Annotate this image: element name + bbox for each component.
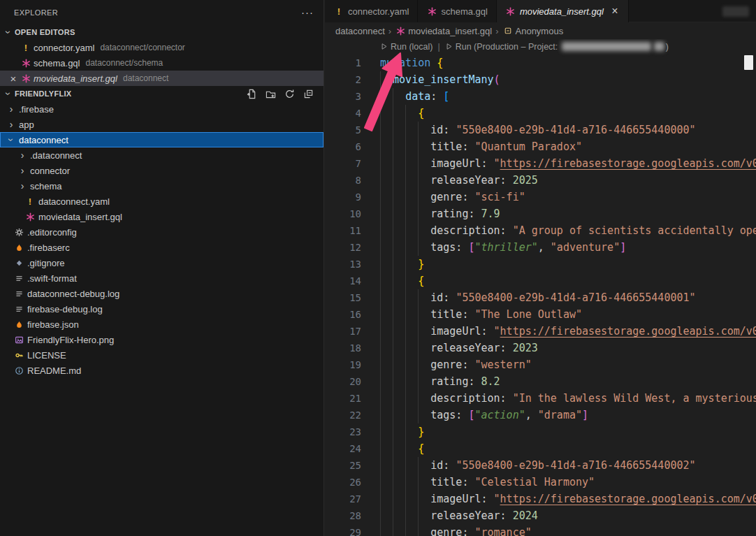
run-production-link[interactable]: Run (Production – Project: ) xyxy=(445,42,669,52)
code-line-11[interactable]: 11 description: "A group of scientists a… xyxy=(325,222,756,239)
tree-item-.dataconnect[interactable]: ›.dataconnect xyxy=(0,147,324,163)
lines-icon xyxy=(13,274,25,283)
tree-item-.firebase[interactable]: ›.firebase xyxy=(0,101,324,117)
code-line-22[interactable]: 22 tags: ["action", "drama"] xyxy=(325,407,756,423)
code-line-16[interactable]: 16 title: "The Lone Outlaw" xyxy=(325,306,756,323)
warning-icon: ! xyxy=(20,43,32,53)
redacted-project-suffix xyxy=(654,42,664,51)
new-file-icon[interactable] xyxy=(245,87,259,101)
minimap[interactable] xyxy=(744,55,755,536)
chevron-down-icon: › xyxy=(3,27,14,38)
tree-item-schema[interactable]: ›schema xyxy=(0,178,324,194)
tabs: !connector.yamlschema.gqlmoviedata_inser… xyxy=(325,0,629,22)
breadcrumb-label: Anonymous xyxy=(516,26,564,36)
line-number: 5 xyxy=(325,122,361,138)
open-editor-schema.gql[interactable]: schema.gqldataconnect/schema xyxy=(0,55,324,71)
minimap-content xyxy=(744,55,753,70)
new-folder-icon[interactable] xyxy=(263,87,277,101)
tree-item-firebase.json[interactable]: firebase.json xyxy=(0,317,324,332)
code-line-26[interactable]: 26 title: "Celestial Harmony" xyxy=(325,474,756,491)
tree-item-dataconnect[interactable]: ›dataconnect xyxy=(0,132,324,147)
code-line-23[interactable]: 23 } xyxy=(325,423,756,440)
tab-close-icon[interactable]: × xyxy=(610,6,620,17)
code-line-12[interactable]: 12 tags: ["thriller", "adventure"] xyxy=(325,239,756,256)
code-line-20[interactable]: 20 rating: 8.2 xyxy=(325,373,756,390)
tree-item-.editorconfig[interactable]: .editorconfig xyxy=(0,224,324,240)
code-line-9[interactable]: 9 genre: "sci-fi" xyxy=(325,189,756,205)
code-line-19[interactable]: 19 genre: "western" xyxy=(325,356,756,373)
tree-item-label: dataconnect-debug.log xyxy=(27,289,119,299)
code-line-1[interactable]: 1mutation { xyxy=(325,55,756,71)
workspace-actions xyxy=(245,87,324,101)
tree-item-moviedata_insert.gql[interactable]: moviedata_insert.gql xyxy=(0,209,324,224)
breadcrumb-item-Anonymous[interactable]: Anonymous xyxy=(502,26,564,36)
code-line-7[interactable]: 7 imageUrl: "https://firebasestorage.goo… xyxy=(325,155,756,172)
tree-item-label: .firebaserc xyxy=(27,242,70,253)
tree-item-.gitignore[interactable]: .gitignore xyxy=(0,255,324,270)
code-line-14[interactable]: 14 { xyxy=(325,273,756,289)
tree-item-label: firebase-debug.log xyxy=(27,304,103,314)
tree-item-connector[interactable]: ›connector xyxy=(0,163,324,178)
code-line-6[interactable]: 6 title: "Quantum Paradox" xyxy=(325,138,756,155)
code-line-21[interactable]: 21 description: "In the lawless Wild Wes… xyxy=(325,390,756,407)
code-line-10[interactable]: 10 rating: 7.9 xyxy=(325,205,756,222)
tree-item-label: schema xyxy=(30,181,62,191)
tree-item-label: dataconnect xyxy=(19,135,68,145)
info-icon xyxy=(13,366,25,375)
code-line-25[interactable]: 25 id: "550e8400-e29b-41d4-a716-44665544… xyxy=(325,457,756,474)
open-editors-list: !connector.yamldataconnect/connectorsche… xyxy=(0,40,324,86)
open-editors-header[interactable]: › OPEN EDITORS xyxy=(0,24,324,40)
line-number: 27 xyxy=(325,491,361,507)
tree-item-app[interactable]: ›app xyxy=(0,117,324,132)
breadcrumb-item-moviedata_insert.gql[interactable]: moviedata_insert.gql xyxy=(395,26,492,36)
code-line-15[interactable]: 15 id: "550e8400-e29b-41d4-a716-44665544… xyxy=(325,289,756,306)
code-line-27[interactable]: 27 imageUrl: "https://firebasestorage.go… xyxy=(325,491,756,507)
run-local-link[interactable]: Run (local) xyxy=(380,42,432,52)
code-line-17[interactable]: 17 imageUrl: "https://firebasestorage.go… xyxy=(325,323,756,340)
tree-item-LICENSE[interactable]: LICENSE xyxy=(0,347,324,363)
tab-connector.yaml[interactable]: !connector.yaml xyxy=(325,0,418,22)
flame-icon xyxy=(13,320,25,329)
tree-item-FriendlyFlix-Hero.png[interactable]: FriendlyFlix-Hero.png xyxy=(0,332,324,347)
line-number: 2 xyxy=(325,71,361,88)
tree-item-dataconnect.yaml[interactable]: !dataconnect.yaml xyxy=(0,194,324,209)
close-editor-icon[interactable]: × xyxy=(7,73,20,84)
code-line-13[interactable]: 13 } xyxy=(325,256,756,273)
tab-moviedata_insert.gql[interactable]: moviedata_insert.gql× xyxy=(497,0,629,22)
line-number: 16 xyxy=(325,306,361,323)
collapse-all-icon[interactable] xyxy=(301,87,315,101)
line-number: 26 xyxy=(325,474,361,491)
tree-item-label: .firebase xyxy=(19,104,54,115)
editor-group: !connector.yamlschema.gqlmoviedata_inser… xyxy=(325,0,756,536)
tree-item-.swift-format[interactable]: .swift-format xyxy=(0,270,324,286)
workspace-header[interactable]: › FRIENDLYFLIX xyxy=(0,86,324,101)
line-number: 13 xyxy=(325,256,361,273)
open-editor-moviedata_insert.gql[interactable]: ×moviedata_insert.gqldataconnect xyxy=(0,71,324,86)
tree-item-README.md[interactable]: README.md xyxy=(0,363,324,378)
chevron-down-icon: › xyxy=(3,88,14,99)
code-line-8[interactable]: 8 releaseYear: 2025 xyxy=(325,172,756,189)
tree-item-.firebaserc[interactable]: .firebaserc xyxy=(0,240,324,255)
tree-item-dataconnect-debug.log[interactable]: dataconnect-debug.log xyxy=(0,286,324,301)
editor-content: Run (local)|Run (Production – Project: )… xyxy=(325,39,756,536)
line-number: 10 xyxy=(325,205,361,222)
code-line-2[interactable]: 2 movie_insertMany( xyxy=(325,71,756,88)
tree-item-firebase-debug.log[interactable]: firebase-debug.log xyxy=(0,301,324,317)
line-number: 21 xyxy=(325,390,361,407)
code-line-28[interactable]: 28 releaseYear: 2024 xyxy=(325,507,756,524)
open-editor-connector.yaml[interactable]: !connector.yamldataconnect/connector xyxy=(0,40,324,55)
breadcrumb-separator-icon: › xyxy=(495,26,498,36)
code-line-18[interactable]: 18 releaseYear: 2023 xyxy=(325,340,756,356)
explorer-sidebar: EXPLORER ··· › OPEN EDITORS !connector.y… xyxy=(0,0,324,536)
code-line-5[interactable]: 5 id: "550e8400-e29b-41d4-a716-446655440… xyxy=(325,122,756,138)
redacted-project-name xyxy=(562,42,651,51)
code-line-24[interactable]: 24 { xyxy=(325,440,756,457)
tree-item-label: LICENSE xyxy=(27,350,66,361)
breadcrumb-item-dataconnect[interactable]: dataconnect xyxy=(335,26,385,36)
code-line-29[interactable]: 29 genre: "romance" xyxy=(325,524,756,536)
tab-schema.gql[interactable]: schema.gql xyxy=(418,0,496,22)
code-line-3[interactable]: 3 data: [ xyxy=(325,88,756,105)
more-actions-icon[interactable]: ··· xyxy=(301,7,314,17)
code-line-4[interactable]: 4 { xyxy=(325,105,756,122)
refresh-icon[interactable] xyxy=(282,87,296,101)
